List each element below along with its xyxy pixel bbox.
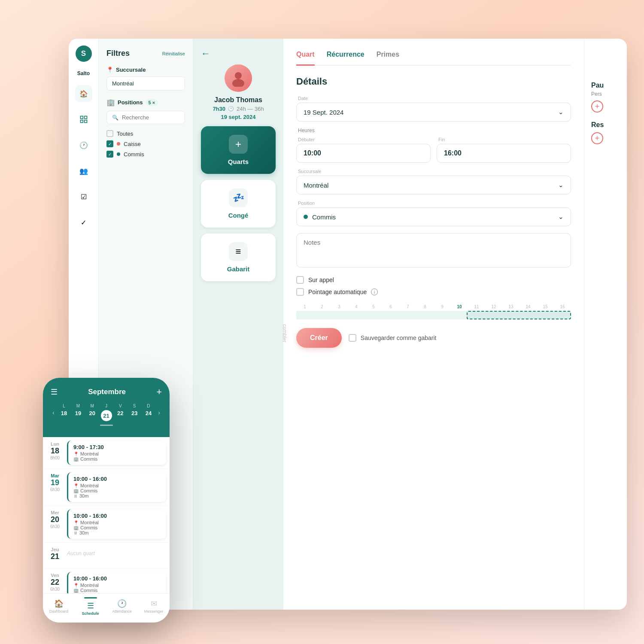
week-day-V22[interactable]: V 22: [113, 404, 128, 421]
save-template-checkbox[interactable]: [349, 334, 356, 342]
add-shift-button[interactable]: +: [156, 386, 162, 398]
day-name-lun18: Lun: [46, 441, 64, 447]
location-icon-sm3: 📍: [73, 520, 79, 525]
position-field-group: Position Commis ⌄: [296, 200, 571, 226]
end-time-input[interactable]: 16:00: [437, 144, 571, 163]
day-hours-mer20: 6h30: [46, 524, 64, 529]
day-row-lun18: Lun 18 8h00 9:00 - 17:30 📍 Montréal 🏢 Co…: [43, 437, 170, 469]
svg-rect-0: [80, 116, 83, 119]
date-input[interactable]: 19 Sept. 2024 ⌄: [296, 103, 571, 122]
positions-header-row: 🏢 Positions 5 ×: [106, 98, 185, 106]
week-day-num-active: 21: [101, 410, 112, 421]
timeline-bar: [296, 311, 571, 319]
date-value: 19 Sept. 2024: [304, 109, 343, 116]
sidebar-company-label: Salto: [77, 70, 90, 76]
checkbox-sur-appel[interactable]: Sur appel: [296, 276, 571, 284]
back-button[interactable]: ←: [201, 49, 276, 58]
search-box[interactable]: 🔍: [106, 111, 185, 124]
shift-time-ven22: 10:00 - 16:00: [73, 575, 161, 582]
search-input[interactable]: [122, 114, 179, 121]
dashboard-label: Dashboard: [49, 609, 68, 614]
checkbox-toutes[interactable]: [106, 130, 113, 137]
week-day-M19[interactable]: M 19: [71, 404, 85, 421]
nav-tab-messenger[interactable]: ✉ Messenger: [138, 596, 170, 623]
week-indicator-bar: [51, 425, 162, 426]
check-pointage[interactable]: [296, 288, 304, 296]
succursale-dropdown[interactable]: Montréal ⌄: [296, 176, 571, 194]
week-prev-arrow[interactable]: ‹: [51, 409, 56, 416]
week-day-J21-active[interactable]: J 21: [99, 404, 113, 421]
employee-date: 19 sept. 2024: [201, 114, 276, 120]
shift-card-lun18[interactable]: 9:00 - 17:30 📍 Montréal 🏢 Commis: [67, 440, 166, 465]
sidebar-nav-check[interactable]: ☑: [75, 188, 92, 205]
no-shift-label: Aucun quart: [67, 550, 166, 556]
add-pau-button[interactable]: +: [591, 100, 603, 112]
sidebar-logo: S: [76, 46, 92, 62]
shift-position-ven22: 🏢 Commis: [73, 588, 161, 593]
shift-card-mar19[interactable]: 10:00 - 16:00 📍 Montréal 🏢 Commis ⏸ 30m: [67, 472, 166, 502]
end-time-group: Fin 16:00: [437, 137, 571, 163]
shift-location-ven22: 📍 Montréal: [73, 583, 161, 588]
week-day-label: V: [113, 404, 128, 408]
schedule-label: Schedule: [82, 611, 99, 616]
position-dropdown[interactable]: Commis ⌄: [296, 207, 571, 226]
dot-commis: [117, 152, 120, 156]
shift-picker-panel: ← Jacob Thomas 7h30 🕐 24h — 36h 19 sept.…: [193, 39, 283, 610]
shift-card-ven22[interactable]: 10:00 - 16:00 📍 Montréal 🏢 Commis: [67, 572, 166, 594]
break-val-mar19: 30m: [79, 493, 88, 498]
day-shifts-jeu21: Aucun quart: [67, 543, 170, 568]
week-day-num: 20: [85, 410, 99, 416]
filters-reset[interactable]: Réinitialise: [162, 51, 185, 56]
right-side-panel: Pau Pers + Res +: [584, 39, 627, 610]
week-day-D24[interactable]: D 24: [142, 404, 156, 421]
sidebar-nav-users[interactable]: 👥: [75, 162, 92, 179]
filter-item-commis[interactable]: ✓ Commis: [106, 149, 185, 159]
sidebar-nav-home[interactable]: 🏠: [75, 85, 92, 102]
checkbox-caisse[interactable]: ✓: [106, 140, 113, 147]
shift-position-mer20: 🏢 Commis: [73, 525, 161, 530]
succursale-chevron-icon: ⌄: [558, 181, 564, 189]
sidebar-nav-layers[interactable]: [75, 111, 92, 128]
tab-quart[interactable]: Quart: [296, 51, 315, 66]
week-day-num: 22: [113, 410, 128, 416]
chevron-down-icon: ⌄: [558, 108, 564, 116]
nav-tab-attendance[interactable]: 🕐 Attendance: [106, 596, 138, 623]
filter-item-toutes[interactable]: Toutes: [106, 128, 185, 139]
notes-textarea[interactable]: [296, 233, 571, 267]
tl-1: 1: [296, 304, 313, 309]
shift-option-gabarit[interactable]: ≡ Gabarit: [201, 234, 276, 281]
shift-card-mer20[interactable]: 10:00 - 16:00 📍 Montréal 🏢 Commis ⏸ 30m: [67, 509, 166, 539]
week-day-S23[interactable]: S 23: [128, 404, 142, 421]
nav-tab-dashboard[interactable]: 🏠 Dashboard: [43, 596, 75, 623]
week-next-arrow[interactable]: ›: [156, 409, 162, 416]
hamburger-icon[interactable]: ☰: [51, 387, 58, 397]
day-shifts-lun18: 9:00 - 17:30 📍 Montréal 🏢 Commis: [67, 437, 170, 468]
week-day-L18[interactable]: L 18: [57, 404, 71, 421]
start-time-input[interactable]: 10:00: [296, 144, 431, 163]
tl-8: 8: [416, 304, 434, 309]
succursale-value[interactable]: Montréal: [106, 76, 185, 91]
shift-option-conge[interactable]: 💤 Congé: [201, 180, 276, 228]
shift-option-quarts[interactable]: + Quarts: [201, 126, 276, 174]
add-res-button[interactable]: +: [591, 132, 603, 144]
sidebar-nav-clock[interactable]: 🕐: [75, 137, 92, 154]
sidebar-nav-approve[interactable]: ✓: [75, 214, 92, 231]
phone-bottom-nav: 🏠 Dashboard ☰ Schedule 🕐 Attendance ✉ Me…: [43, 593, 170, 623]
tab-primes[interactable]: Primes: [377, 51, 399, 65]
day-label-mar19: Mar 19 6h30: [43, 469, 67, 505]
filter-item-caisse[interactable]: ✓ Caisse: [106, 139, 185, 149]
checkbox-pointage[interactable]: Pointage automatique i: [296, 288, 571, 296]
quarts-icon: +: [229, 135, 248, 154]
check-sur-appel[interactable]: [296, 276, 304, 284]
nav-tab-schedule[interactable]: ☰ Schedule: [75, 596, 106, 623]
checkbox-commis[interactable]: ✓: [106, 151, 113, 158]
timeline-active-range[interactable]: [467, 311, 571, 319]
svg-point-4: [235, 72, 242, 79]
employee-name: Jacob Thomas: [201, 96, 276, 104]
create-button[interactable]: Créer: [296, 328, 342, 348]
week-day-M20[interactable]: M 20: [85, 404, 99, 421]
pointage-label: Pointage automatique: [308, 289, 367, 295]
pau-title: Pau: [591, 82, 620, 89]
shift-time-mar19: 10:00 - 16:00: [73, 476, 161, 482]
tab-recurrence[interactable]: Récurrence: [327, 51, 365, 65]
